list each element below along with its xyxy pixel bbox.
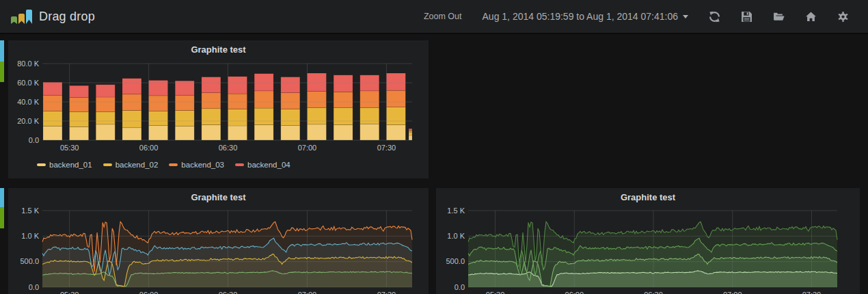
svg-text:07:00: 07:00: [298, 144, 317, 152]
navbar-right: Zoom Out Aug 1, 2014 05:19:59 to Aug 1, …: [424, 11, 849, 23]
home-icon[interactable]: [805, 11, 817, 23]
svg-text:1.0 K: 1.0 K: [447, 232, 465, 240]
panel-graphite-bar: Graphite test 0.020.0 K40.0 K60.0 K80.0 …: [8, 40, 429, 178]
legend-label: backend_02: [116, 161, 159, 169]
svg-text:500.0: 500.0: [446, 257, 465, 265]
row1-collapse-tab[interactable]: [0, 40, 4, 62]
graphite-stacked-bar-chart[interactable]: 0.020.0 K40.0 K60.0 K80.0 K05:3006:0006:…: [8, 40, 429, 178]
gear-icon[interactable]: [837, 11, 849, 23]
legend-item-backend_02[interactable]: backend_02: [103, 161, 159, 169]
panel-title[interactable]: Graphite test: [436, 192, 860, 202]
svg-text:0.0: 0.0: [455, 283, 465, 291]
legend-item-backend_01[interactable]: backend_01: [37, 161, 92, 169]
navbar: Drag drop Zoom Out Aug 1, 2014 05:19:59 …: [0, 0, 868, 34]
svg-text:05:30: 05:30: [60, 291, 79, 294]
navbar-left: Drag drop: [11, 9, 95, 24]
legend-item-backend_03[interactable]: backend_03: [169, 161, 224, 169]
svg-text:1.0 K: 1.0 K: [21, 232, 39, 240]
svg-text:40.0 K: 40.0 K: [17, 98, 39, 106]
svg-text:0.0: 0.0: [29, 136, 39, 144]
row1-add-panel-tab[interactable]: [0, 62, 4, 82]
time-range-text: Aug 1, 2014 05:19:59 to Aug 1, 2014 07:4…: [483, 11, 678, 22]
svg-text:06:00: 06:00: [139, 291, 159, 294]
legend-item-backend_04[interactable]: backend_04: [235, 161, 290, 169]
svg-text:06:30: 06:30: [219, 291, 238, 294]
refresh-icon[interactable]: [709, 11, 720, 23]
panel-graphite-lines-left: Graphite test 0.0500.01.0 K1.5 K05:3006:…: [8, 188, 429, 294]
save-icon[interactable]: [741, 11, 752, 23]
svg-text:06:00: 06:00: [565, 291, 584, 294]
svg-text:06:30: 06:30: [644, 291, 663, 294]
svg-text:07:00: 07:00: [723, 291, 742, 294]
panel-title[interactable]: Graphite test: [8, 44, 429, 55]
legend-label: backend_04: [247, 161, 290, 169]
zoom-out-button[interactable]: Zoom Out: [424, 12, 462, 21]
svg-text:07:30: 07:30: [377, 144, 396, 152]
logo-bar-green: [11, 16, 17, 24]
grafana-dashboard: { "navbar": { "title": "Drag drop", "zoo…: [0, 0, 868, 294]
row2-add-panel-tab[interactable]: [0, 207, 4, 228]
legend-swatch: [169, 163, 178, 166]
legend-swatch: [103, 163, 112, 166]
legend-swatch: [235, 163, 244, 166]
chevron-down-icon: [683, 15, 688, 18]
legend-label: backend_01: [49, 161, 92, 169]
svg-text:80.0 K: 80.0 K: [17, 59, 39, 68]
chart-legend: backend_01backend_02backend_03backend_04: [37, 161, 290, 169]
row2-collapse-tab[interactable]: [0, 188, 4, 207]
open-folder-icon[interactable]: [773, 11, 785, 23]
legend-swatch: [37, 163, 46, 166]
time-range-picker[interactable]: Aug 1, 2014 05:19:59 to Aug 1, 2014 07:4…: [483, 11, 688, 22]
svg-text:1.5 K: 1.5 K: [21, 206, 39, 215]
logo-bar-yellow: [18, 14, 25, 24]
panel-graphite-lines-right: Graphite test 0.0500.01.0 K1.5 K05:3006:…: [436, 188, 860, 294]
graphite-line-chart-multicolor[interactable]: 0.0500.01.0 K1.5 K05:3006:0006:3007:0007…: [8, 188, 429, 294]
dashboard-title: Drag drop: [39, 10, 95, 24]
svg-text:07:00: 07:00: [298, 291, 317, 294]
svg-text:500.0: 500.0: [20, 257, 39, 265]
graphite-line-chart-green[interactable]: 0.0500.01.0 K1.5 K05:3006:0006:3007:0007…: [436, 188, 860, 294]
svg-text:05:30: 05:30: [60, 144, 79, 152]
svg-text:06:30: 06:30: [219, 144, 238, 152]
svg-text:0.0: 0.0: [29, 283, 39, 291]
logo-bar-blue: [26, 10, 32, 24]
svg-text:60.0 K: 60.0 K: [17, 79, 39, 87]
panel-title[interactable]: Graphite test: [8, 192, 429, 202]
svg-text:1.5 K: 1.5 K: [447, 206, 465, 215]
svg-text:06:00: 06:00: [139, 144, 159, 152]
svg-text:07:30: 07:30: [802, 291, 822, 294]
svg-text:05:30: 05:30: [486, 291, 505, 294]
grafana-logo[interactable]: [11, 9, 32, 24]
legend-label: backend_03: [181, 161, 224, 169]
svg-text:20.0 K: 20.0 K: [17, 117, 39, 125]
svg-text:07:30: 07:30: [377, 291, 396, 294]
